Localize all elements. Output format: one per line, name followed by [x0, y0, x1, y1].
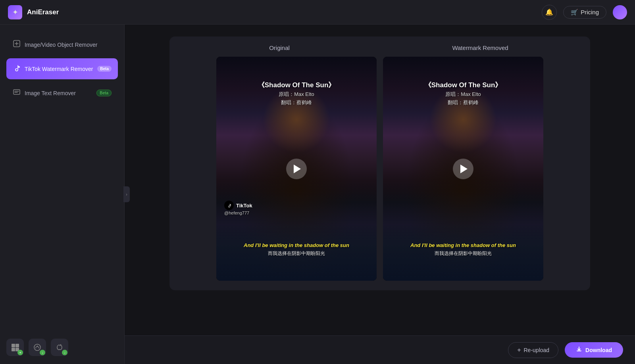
platform-buttons: + ↓ ↓	[6, 339, 68, 356]
tiktok-name: TikTok	[236, 203, 252, 209]
ios-platform-btn[interactable]: ↓	[51, 339, 68, 356]
tiktok-handle: @hefeng777	[224, 211, 249, 215]
reupload-icon: +	[517, 347, 521, 354]
removed-play-triangle-icon	[460, 165, 468, 173]
removed-video: 《Shadow Of The Sun》 原唱：Max Elto 翻唱：蔡鹤峰 A…	[383, 57, 543, 281]
removed-play-button[interactable]	[453, 159, 473, 179]
original-song-meta1: 原唱：Max Elto	[216, 91, 377, 98]
original-header: Original	[179, 44, 380, 51]
svg-point-6	[34, 344, 40, 351]
image-text-icon	[13, 88, 21, 98]
android-platform-btn[interactable]: ↓	[29, 339, 46, 356]
original-subtitle-cn: 而我选择在阴影中期盼阳光	[224, 250, 369, 257]
app-header: ✦ AniEraser 🔔 🛒 Pricing	[0, 0, 635, 25]
videos-row: 《Shadow Of The Sun》 原唱：Max Elto 翻唱：蔡鹤峰	[179, 57, 581, 281]
removed-song-title: 《Shadow Of The Sun》	[383, 80, 543, 90]
original-subtitle: And I'll be waiting in the shadow of the…	[216, 242, 377, 257]
user-avatar[interactable]	[613, 5, 627, 19]
removed-subtitle: And I'll be waiting in the shadow of the…	[383, 242, 543, 257]
object-remover-icon	[13, 40, 21, 50]
cart-icon: 🛒	[571, 9, 578, 16]
original-song-info: 《Shadow Of The Sun》 原唱：Max Elto 翻唱：蔡鹤峰	[216, 80, 377, 106]
svg-rect-3	[15, 344, 19, 347]
tiktok-watermark-icon	[13, 64, 21, 74]
windows-platform-btn[interactable]: +	[6, 339, 24, 356]
main-layout: Image/Video Object Remover TikTok Waterm…	[0, 25, 635, 364]
download-icon	[576, 346, 582, 354]
sidebar-collapse-handle[interactable]: ›	[123, 186, 130, 202]
image-text-beta-badge: Beta	[96, 90, 112, 96]
pricing-button[interactable]: 🛒 Pricing	[563, 6, 606, 19]
windows-download-badge: +	[17, 350, 23, 355]
removed-song-meta2: 翻唱：蔡鹤峰	[383, 99, 543, 106]
removed-song-info: 《Shadow Of The Sun》 原唱：Max Elto 翻唱：蔡鹤峰	[383, 80, 543, 106]
play-triangle-icon	[294, 165, 301, 173]
removed-city-glow	[383, 191, 543, 281]
removed-song-meta1: 原唱：Max Elto	[383, 91, 543, 98]
svg-point-8	[60, 344, 61, 345]
download-button[interactable]: Download	[565, 342, 623, 358]
removed-subtitle-en: And I'll be waiting in the shadow of the…	[391, 242, 535, 249]
app-title: AniEraser	[27, 8, 59, 16]
sidebar-item-tiktok-watermark[interactable]: TikTok Watermark Remover Beta	[6, 58, 118, 79]
sidebar-item-label-tiktok: TikTok Watermark Remover	[25, 66, 93, 72]
original-song-title: 《Shadow Of The Sun》	[216, 80, 377, 90]
tiktok-icon	[224, 201, 234, 210]
original-video: 《Shadow Of The Sun》 原唱：Max Elto 翻唱：蔡鹤峰	[216, 57, 377, 281]
reupload-button[interactable]: + Re-upload	[508, 342, 558, 358]
app-logo: ✦	[8, 5, 22, 19]
sidebar: Image/Video Object Remover TikTok Waterm…	[0, 25, 125, 364]
original-song-meta2: 翻唱：蔡鹤峰	[216, 99, 377, 106]
removed-subtitle-cn: 而我选择在阴影中期盼阳光	[391, 250, 535, 257]
content-area: Original Watermark Removed 《Shadow Of Th…	[125, 25, 635, 364]
sidebar-item-label-image-text: Image Text Remover	[25, 90, 92, 96]
comparison-panel: Original Watermark Removed 《Shadow Of Th…	[169, 36, 590, 290]
original-play-button[interactable]	[286, 159, 307, 179]
tiktok-watermark: TikTok @hefeng777	[224, 201, 252, 215]
svg-rect-1	[13, 90, 20, 94]
bell-icon[interactable]: 🔔	[542, 5, 557, 20]
tiktok-logo-row: TikTok	[224, 201, 252, 210]
removed-header: Watermark Removed	[380, 44, 581, 51]
sidebar-item-object-remover[interactable]: Image/Video Object Remover	[6, 34, 118, 55]
svg-rect-4	[12, 348, 15, 351]
header-actions: 🔔 🛒 Pricing	[542, 5, 627, 20]
tiktok-beta-badge: Beta	[97, 66, 112, 72]
android-download-badge: ↓	[40, 350, 45, 355]
sidebar-item-image-text-remover[interactable]: Image Text Remover Beta	[6, 82, 118, 103]
ios-download-badge: ↓	[62, 350, 67, 355]
sidebar-item-label-object-remover: Image/Video Object Remover	[25, 42, 112, 48]
svg-rect-2	[12, 344, 15, 347]
comparison-headers: Original Watermark Removed	[179, 44, 581, 51]
original-subtitle-en: And I'll be waiting in the shadow of the…	[224, 242, 369, 249]
bottom-action-bar: + Re-upload Download	[125, 335, 635, 364]
